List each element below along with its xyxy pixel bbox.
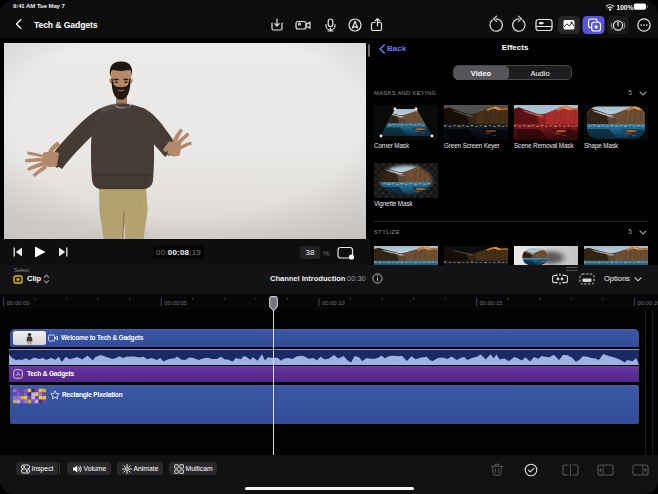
svg-text:A: A (16, 371, 20, 377)
svg-text:00:00:15: 00:00:15 (480, 300, 504, 306)
svg-text:00:00:00: 00:00:00 (7, 300, 31, 306)
svg-text:00:00:10: 00:00:10 (322, 300, 346, 306)
svg-text:00:00:20: 00:00:20 (637, 300, 658, 306)
svg-text:00:00:05: 00:00:05 (164, 300, 188, 306)
svg-text:100%: 100% (617, 3, 634, 10)
